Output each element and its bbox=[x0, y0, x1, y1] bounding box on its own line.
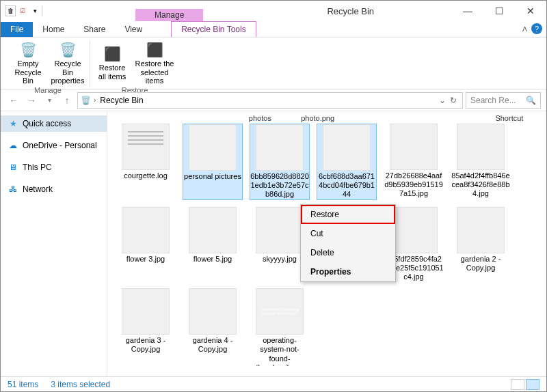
file-name: flower 5.jpg bbox=[194, 255, 232, 264]
breadcrumb-segment[interactable]: Recycle Bin bbox=[98, 96, 144, 105]
thumbnail bbox=[457, 124, 505, 170]
thumbnail bbox=[189, 207, 237, 253]
file-name: 85af4d2f4ffb846ecea8f3426f8e88b4.jpg bbox=[451, 171, 511, 199]
file-name: gardenia 4 - Copy.jpg bbox=[183, 336, 243, 354]
thumbnail bbox=[323, 124, 371, 171]
ribbon-tabs: File Home Share View Recycle Bin Tools ᐱ… bbox=[1, 21, 546, 38]
minimize-button[interactable]: — bbox=[452, 1, 483, 21]
tab-view[interactable]: View bbox=[115, 22, 152, 37]
forward-button[interactable]: → bbox=[24, 93, 39, 108]
thumbnail bbox=[390, 207, 438, 253]
recycle-bin-icon: 🗑️ bbox=[81, 96, 91, 105]
ribbon: 🗑️ Empty Recycle Bin 🗑️ Recycle Bin prop… bbox=[1, 38, 546, 89]
ribbon-group-manage: 🗑️ Empty Recycle Bin 🗑️ Recycle Bin prop… bbox=[6, 40, 90, 87]
address-row: ← → ▾ ↑ 🗑️ › Recycle Bin ⌄ ↻ Search Re..… bbox=[1, 89, 546, 111]
column-headers: photos photo.png Shortcut bbox=[174, 114, 538, 122]
ribbon-collapse-icon[interactable]: ᐱ bbox=[522, 25, 527, 33]
file-name: 6bb859628d88201edb1e3b72e57cb86d.jpg bbox=[250, 172, 309, 199]
tab-recycle-bin-tools[interactable]: Recycle Bin Tools bbox=[171, 21, 256, 37]
back-button[interactable]: ← bbox=[6, 93, 21, 108]
file-item[interactable]: How to Fix Operating System Not Found?op… bbox=[250, 288, 310, 366]
refresh-icon[interactable]: ↻ bbox=[450, 96, 457, 105]
file-item[interactable]: 6cbf688d3aa6714bcd04fbe679b144 bbox=[317, 124, 377, 200]
file-item[interactable]: flower 5.jpg bbox=[183, 207, 243, 282]
file-item[interactable]: gardenia 2 - Copy.jpg bbox=[451, 207, 511, 282]
up-button[interactable]: ↑ bbox=[59, 93, 75, 108]
file-name: personal pictures bbox=[184, 172, 241, 181]
window-title: Recycle Bin bbox=[250, 6, 453, 16]
file-name: flower 3.jpg bbox=[126, 255, 165, 264]
file-name: 27db26688e4aafd9b5939eb915197a15.jpg bbox=[384, 171, 444, 199]
file-name: operating-system-not-found-thumbnail.png bbox=[250, 336, 310, 366]
thumbnail bbox=[256, 207, 304, 253]
nav-quick-access[interactable]: ★ Quick access bbox=[1, 115, 107, 132]
file-name: 6cbf688d3aa6714bcd04fbe679b144 bbox=[317, 172, 376, 199]
ribbon-group-restore: ⬛ Restore all items ⬛ Restore the select… bbox=[90, 40, 179, 87]
menu-restore[interactable]: Restore bbox=[301, 205, 395, 224]
tab-share[interactable]: Share bbox=[74, 22, 115, 37]
file-item[interactable]: 85af4d2f4ffb846ecea8f3426f8e88b4.jpg bbox=[451, 124, 511, 200]
navigation-pane: ★ Quick access ☁ OneDrive - Personal 🖥 T… bbox=[1, 111, 107, 378]
column-header[interactable]: photo.png bbox=[289, 114, 347, 122]
thumbnail bbox=[122, 207, 170, 253]
recent-dropdown[interactable]: ▾ bbox=[42, 93, 57, 108]
thumbnail bbox=[457, 207, 505, 253]
address-bar[interactable]: 🗑️ › Recycle Bin ⌄ ↻ bbox=[77, 92, 463, 109]
nav-onedrive[interactable]: ☁ OneDrive - Personal bbox=[1, 137, 107, 154]
file-name: gardenia 2 - Copy.jpg bbox=[451, 255, 511, 272]
recycle-bin-props-icon: 🗑️ bbox=[59, 40, 77, 59]
file-item[interactable]: personal pictures bbox=[183, 124, 243, 200]
pc-icon: 🖥 bbox=[8, 162, 18, 173]
item-count: 51 items bbox=[8, 380, 38, 389]
thumbnail bbox=[256, 124, 304, 171]
qat-properties-icon[interactable]: ☑ bbox=[17, 5, 28, 16]
thumbnail bbox=[189, 288, 237, 335]
tab-file[interactable]: File bbox=[1, 22, 33, 37]
menu-properties[interactable]: Properties bbox=[301, 262, 395, 281]
nav-network[interactable]: 🖧 Network bbox=[1, 181, 107, 197]
thumbnail bbox=[189, 124, 237, 171]
file-item[interactable]: 27db26688e4aafd9b5939eb915197a15.jpg bbox=[384, 124, 444, 200]
file-item[interactable]: gardenia 4 - Copy.jpg bbox=[183, 288, 243, 366]
quick-access-toolbar: 🗑 ☑ ▾ bbox=[1, 5, 46, 16]
window-controls: — ☐ ✕ bbox=[452, 1, 546, 21]
network-icon: 🖧 bbox=[8, 184, 18, 195]
maximize-button[interactable]: ☐ bbox=[483, 1, 515, 21]
thumbnail bbox=[390, 124, 438, 170]
cloud-icon: ☁ bbox=[8, 140, 18, 151]
chevron-right-icon[interactable]: › bbox=[94, 96, 96, 104]
column-header[interactable]: photos bbox=[231, 114, 289, 122]
file-item[interactable]: flower 3.jpg bbox=[116, 207, 176, 282]
thumbnail bbox=[122, 288, 170, 335]
menu-delete[interactable]: Delete bbox=[301, 243, 395, 262]
details-view-button[interactable] bbox=[511, 379, 524, 390]
qat-dropdown-icon[interactable]: ▾ bbox=[29, 5, 40, 16]
nav-this-pc[interactable]: 🖥 This PC bbox=[1, 159, 107, 176]
context-tab-header: Manage bbox=[135, 9, 203, 21]
empty-recycle-bin-button[interactable]: 🗑️ Empty Recycle Bin bbox=[10, 40, 46, 85]
thumbnail bbox=[122, 124, 170, 170]
recycle-bin-empty-icon: 🗑️ bbox=[20, 40, 37, 59]
app-icon[interactable]: 🗑 bbox=[5, 5, 16, 16]
menu-cut[interactable]: Cut bbox=[301, 224, 395, 243]
status-bar: 51 items 3 items selected bbox=[1, 376, 546, 391]
body: ★ Quick access ☁ OneDrive - Personal 🖥 T… bbox=[1, 111, 546, 378]
file-item[interactable]: gardenia 3 - Copy.jpg bbox=[116, 288, 176, 366]
large-icons-view-button[interactable] bbox=[526, 379, 539, 390]
star-icon: ★ bbox=[8, 118, 18, 129]
restore-all-icon: ⬛ bbox=[104, 44, 121, 64]
file-name: courgette.log bbox=[124, 171, 168, 180]
column-header[interactable]: Shortcut bbox=[481, 114, 538, 122]
restore-selected-button[interactable]: ⬛ Restore the selected items bbox=[134, 40, 175, 85]
close-button[interactable]: ✕ bbox=[515, 1, 546, 21]
file-item[interactable]: courgette.log bbox=[116, 124, 176, 200]
recycle-bin-properties-button[interactable]: 🗑️ Recycle Bin properties bbox=[50, 40, 85, 85]
help-icon[interactable]: ? bbox=[531, 23, 542, 34]
tab-home[interactable]: Home bbox=[33, 22, 74, 37]
address-dropdown-icon[interactable]: ⌄ bbox=[439, 96, 446, 105]
restore-all-button[interactable]: ⬛ Restore all items bbox=[94, 40, 130, 85]
file-item[interactable]: 6bb859628d88201edb1e3b72e57cb86d.jpg bbox=[250, 124, 310, 200]
file-name: gardenia 3 - Copy.jpg bbox=[116, 336, 176, 354]
search-input[interactable]: Search Re... 🔍 bbox=[466, 92, 541, 109]
title-tab-area: Manage bbox=[46, 1, 250, 21]
